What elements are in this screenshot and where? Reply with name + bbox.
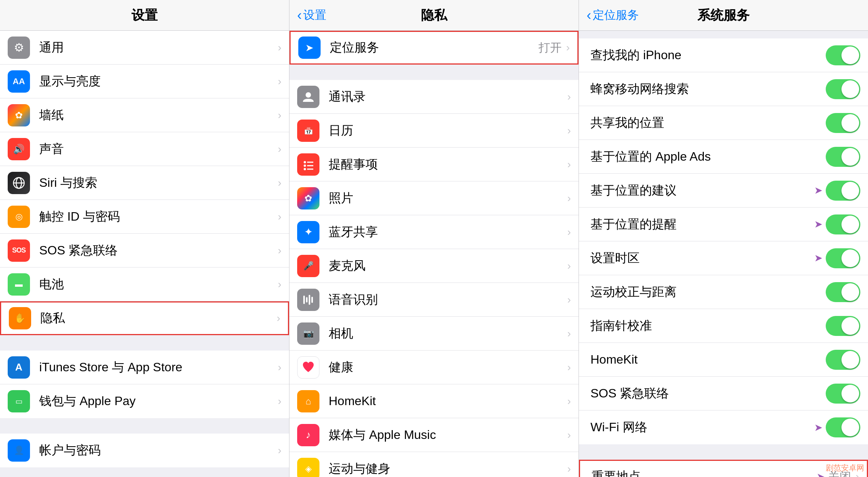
system-item-homekit2[interactable]: HomeKit <box>579 343 868 377</box>
privacy-chevron: › <box>277 312 280 324</box>
privacy-item-photos[interactable]: ✿ 照片 › <box>289 181 579 215</box>
significant-places-label: 重要地点 <box>592 468 816 477</box>
settings-item-general[interactable]: ⚙ 通用 › <box>0 31 289 65</box>
speech-icon <box>297 289 319 311</box>
settings-item-wallpaper[interactable]: ✿ 墙纸 › <box>0 98 289 132</box>
settings-item-display[interactable]: AA 显示与亮度 › <box>0 65 289 98</box>
motion-cal-toggle[interactable] <box>826 282 860 302</box>
system-services-content: 查找我的 iPhone 蜂窝移动网络搜索 共享我的位置 基于位置的 Apple … <box>579 31 868 477</box>
system-services-section-2: 重要地点 ➤ 关闭 › <box>579 460 868 477</box>
wifi-toggle[interactable] <box>826 417 860 437</box>
suggestions-toggle[interactable] <box>826 181 860 201</box>
svg-point-6 <box>304 165 306 167</box>
alerts-label: 基于位置的提醒 <box>590 216 814 233</box>
privacy-item-contacts[interactable]: 通讯录 › <box>289 80 579 114</box>
reminders-icon <box>297 153 319 176</box>
wallet-icon: ▭ <box>8 390 30 412</box>
itunes-label: iTunes Store 与 App Store <box>39 359 278 376</box>
system-item-motion-cal[interactable]: 运动校正与距离 <box>579 275 868 309</box>
privacy-icon: ✋ <box>9 307 31 329</box>
settings-panel: 设置 ⚙ 通用 › AA 显示与亮度 › ✿ 墙纸 › 🔊 声音 › <box>0 0 289 477</box>
motion-chevron: › <box>567 463 571 475</box>
system-item-wifi[interactable]: Wi-Fi 网络 ➤ <box>579 411 868 444</box>
itunes-icon: A <box>8 356 30 379</box>
settings-item-wallet[interactable]: ▭ 钱包与 Apple Pay › <box>0 384 289 418</box>
find-iphone-label: 查找我的 iPhone <box>590 47 826 64</box>
system-item-compass[interactable]: 指南针校准 <box>579 309 868 343</box>
privacy-item-speech[interactable]: 语音识别 › <box>289 283 579 317</box>
privacy-item-location[interactable]: ➤ 定位服务 打开 › <box>289 31 579 65</box>
touchid-icon: ◎ <box>8 206 30 228</box>
media-icon: ♪ <box>297 424 319 446</box>
timezone-arrow: ➤ <box>814 252 823 264</box>
svg-point-8 <box>304 168 306 170</box>
system-item-find-iphone[interactable]: 查找我的 iPhone <box>579 38 868 72</box>
privacy-header: ‹ 设置 隐私 <box>289 0 579 31</box>
privacy-back-button[interactable]: ‹ 设置 <box>297 7 326 23</box>
system-services-panel: ‹ 定位服务 系统服务 查找我的 iPhone 蜂窝移动网络搜索 共享我的位置 … <box>579 0 868 477</box>
touchid-chevron: › <box>278 211 281 223</box>
settings-item-itunes[interactable]: A iTunes Store 与 App Store › <box>0 351 289 384</box>
privacy-item-camera[interactable]: 📷 相机 › <box>289 317 579 351</box>
settings-item-sounds[interactable]: 🔊 声音 › <box>0 132 289 166</box>
privacy-divider-1 <box>289 65 579 80</box>
system-divider <box>579 444 868 460</box>
system-services-header: ‹ 定位服务 系统服务 <box>579 0 868 31</box>
sos2-toggle[interactable] <box>826 384 860 404</box>
calendar-icon: 📅 <box>297 120 319 142</box>
system-item-share-location[interactable]: 共享我的位置 <box>579 106 868 140</box>
timezone-toggle[interactable] <box>826 248 860 268</box>
system-item-significant-places[interactable]: 重要地点 ➤ 关闭 › <box>579 460 868 477</box>
privacy-item-reminders[interactable]: 提醒事项 › <box>289 148 579 181</box>
battery-chevron: › <box>278 278 281 291</box>
accounts-icon: 👤 <box>8 439 30 462</box>
divider-1 <box>0 335 289 351</box>
wallpaper-chevron: › <box>278 109 281 121</box>
settings-item-privacy[interactable]: ✋ 隐私 › <box>0 301 289 335</box>
privacy-item-motion[interactable]: ◈ 运动与健身 › <box>289 452 579 477</box>
apple-ads-toggle[interactable] <box>826 147 860 167</box>
privacy-item-health[interactable]: 健康 › <box>289 351 579 384</box>
settings-item-accounts[interactable]: 👤 帐户与密码 › <box>0 434 289 467</box>
contacts-chevron: › <box>567 91 571 103</box>
speech-chevron: › <box>567 294 571 306</box>
general-icon: ⚙ <box>8 37 30 59</box>
privacy-item-microphone[interactable]: 🎤 麦克风 › <box>289 249 579 283</box>
system-item-timezone[interactable]: 设置时区 ➤ <box>579 241 868 275</box>
motion-cal-label: 运动校正与距离 <box>590 284 826 301</box>
svg-rect-12 <box>309 295 310 305</box>
system-item-suggestions[interactable]: 基于位置的建议 ➤ <box>579 174 868 208</box>
privacy-content: ➤ 定位服务 打开 › 通讯录 › 📅 日历 › <box>289 31 579 477</box>
sos-icon: SOS <box>8 239 30 262</box>
battery-icon: ▬ <box>8 273 30 296</box>
reminders-chevron: › <box>567 158 571 171</box>
privacy-item-bluetooth[interactable]: ✦ 蓝牙共享 › <box>289 215 579 249</box>
compass-toggle[interactable] <box>826 316 860 336</box>
system-services-section-1: 查找我的 iPhone 蜂窝移动网络搜索 共享我的位置 基于位置的 Apple … <box>579 38 868 444</box>
system-item-cellular[interactable]: 蜂窝移动网络搜索 <box>579 72 868 106</box>
health-icon <box>297 356 319 379</box>
system-item-alerts[interactable]: 基于位置的提醒 ➤ <box>579 208 868 241</box>
homekit2-label: HomeKit <box>590 352 826 367</box>
display-label: 显示与亮度 <box>39 73 278 90</box>
privacy-item-calendar[interactable]: 📅 日历 › <box>289 114 579 148</box>
sos2-label: SOS 紧急联络 <box>590 385 826 402</box>
system-item-apple-ads[interactable]: 基于位置的 Apple Ads <box>579 140 868 174</box>
settings-item-sos[interactable]: SOS SOS 紧急联络 › <box>0 234 289 268</box>
privacy-item-homekit[interactable]: ⌂ HomeKit › <box>289 384 579 418</box>
cellular-toggle[interactable] <box>826 79 860 99</box>
apple-ads-label: 基于位置的 Apple Ads <box>590 148 826 165</box>
privacy-item-media[interactable]: ♪ 媒体与 Apple Music › <box>289 418 579 452</box>
settings-item-touchid[interactable]: ◎ 触控 ID 与密码 › <box>0 200 289 234</box>
find-iphone-toggle[interactable] <box>826 45 860 65</box>
system-services-back-button[interactable]: ‹ 定位服务 <box>587 7 639 23</box>
system-item-sos2[interactable]: SOS 紧急联络 <box>579 377 868 411</box>
homekit2-toggle[interactable] <box>826 350 860 370</box>
display-chevron: › <box>278 75 281 88</box>
settings-item-battery[interactable]: ▬ 电池 › <box>0 268 289 301</box>
microphone-icon: 🎤 <box>297 255 319 277</box>
share-location-toggle[interactable] <box>826 113 860 133</box>
alerts-toggle[interactable] <box>826 214 860 234</box>
wifi-label: Wi-Fi 网络 <box>590 419 814 436</box>
settings-item-siri[interactable]: Siri 与搜索 › <box>0 166 289 200</box>
